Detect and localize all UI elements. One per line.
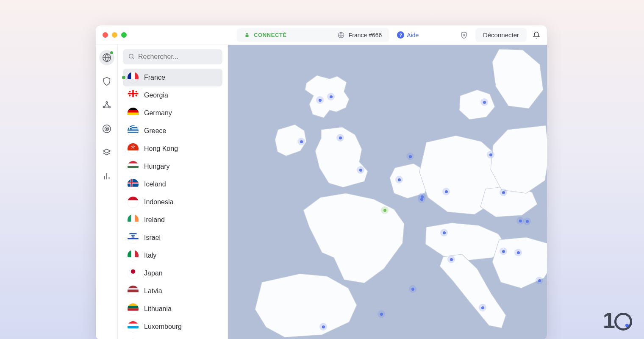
svg-point-56: [131, 269, 135, 273]
country-label: Italy: [144, 252, 156, 259]
country-item-ie[interactable]: Ireland: [123, 211, 222, 229]
server-marker[interactable]: [319, 323, 327, 331]
rail-presets[interactable]: [99, 145, 114, 160]
country-item-jp[interactable]: Japan: [123, 264, 222, 282]
svg-rect-47: [131, 214, 135, 222]
rail-darkweb[interactable]: [99, 121, 114, 136]
svg-rect-37: [128, 164, 139, 166]
svg-point-3: [106, 102, 108, 103]
country-item-id[interactable]: Indonesia: [123, 193, 222, 211]
svg-rect-15: [128, 93, 139, 94]
nav-rail: [96, 45, 118, 339]
country-label: Japan: [144, 270, 163, 277]
help-label: Aide: [407, 32, 419, 39]
server-marker[interactable]: [316, 96, 324, 104]
app-body: FranceGeorgiaGermanyGreeceHong KongHunga…: [96, 45, 547, 339]
search-input[interactable]: [123, 49, 222, 64]
server-marker[interactable]: [336, 134, 344, 142]
country-item-lu[interactable]: Luxembourg: [123, 318, 222, 336]
help-icon: ?: [397, 31, 404, 39]
connected-dot: [122, 76, 125, 79]
country-item-gr[interactable]: Greece: [123, 122, 222, 140]
country-item-lt[interactable]: Lithuania: [123, 300, 222, 318]
country-list[interactable]: FranceGeorgiaGermanyGreeceHong KongHunga…: [118, 69, 228, 339]
flag-icon-lv: [127, 285, 139, 297]
server-marker[interactable]: [523, 217, 531, 225]
server-marker[interactable]: [447, 256, 455, 263]
svg-rect-23: [136, 95, 137, 96]
country-label: Luxembourg: [144, 323, 182, 331]
server-marker[interactable]: [418, 195, 425, 203]
country-item-hu[interactable]: Hungary: [123, 158, 222, 175]
server-marker[interactable]: [440, 229, 448, 236]
server-marker[interactable]: [536, 277, 543, 284]
svg-rect-12: [135, 72, 139, 79]
rail-countries[interactable]: [99, 50, 114, 65]
server-marker[interactable]: [487, 151, 494, 158]
pause-shield-icon[interactable]: [460, 31, 468, 39]
server-marker[interactable]: [514, 249, 522, 256]
svg-point-9: [129, 54, 133, 58]
svg-rect-17: [129, 91, 130, 92]
country-item-hk[interactable]: Hong Kong: [123, 140, 222, 158]
country-label: Germany: [144, 109, 172, 117]
country-label: Iceland: [144, 181, 166, 188]
minimize-window[interactable]: [112, 32, 117, 38]
svg-rect-21: [129, 95, 130, 96]
mesh-icon: [102, 100, 111, 110]
disconnect-button[interactable]: Déconnecter: [475, 28, 527, 42]
flag-icon-lu: [127, 321, 139, 333]
server-marker[interactable]: [500, 247, 507, 255]
svg-rect-38: [128, 166, 139, 169]
server-marker[interactable]: [395, 176, 403, 183]
server-marker[interactable]: [327, 93, 335, 100]
server-marker[interactable]: [409, 285, 416, 293]
server-marker[interactable]: [479, 304, 486, 311]
close-window[interactable]: [103, 32, 108, 38]
country-item-il[interactable]: Israel: [123, 229, 222, 247]
server-marker[interactable]: [406, 153, 414, 160]
server-marker[interactable]: [500, 189, 507, 196]
server-marker[interactable]: [442, 188, 450, 195]
country-item-my[interactable]: Malaysia: [123, 336, 222, 339]
svg-point-8: [106, 128, 107, 130]
svg-rect-44: [128, 197, 139, 200]
svg-rect-11: [131, 72, 135, 79]
country-label: Greece: [144, 127, 166, 135]
flag-icon-fr: [127, 72, 139, 83]
svg-rect-61: [128, 308, 139, 311]
connected-indicator: [110, 51, 113, 54]
country-item-it[interactable]: Italy: [123, 247, 222, 264]
rail-security[interactable]: [99, 74, 114, 89]
connection-status-pill[interactable]: CONNECTÉ France #666: [237, 28, 389, 42]
help-link[interactable]: ? Aide: [397, 31, 419, 39]
svg-rect-45: [128, 200, 139, 204]
country-label: Latvia: [144, 287, 162, 295]
flag-icon-jp: [127, 267, 139, 279]
traffic-lights: [103, 32, 127, 38]
server-marker[interactable]: [357, 166, 364, 174]
stats-icon: [102, 172, 111, 181]
map-view[interactable]: [228, 45, 547, 339]
search-icon: [128, 53, 135, 60]
bell-icon[interactable]: [533, 31, 540, 39]
maximize-window[interactable]: [121, 32, 127, 38]
rail-stats[interactable]: [99, 169, 114, 184]
country-item-is[interactable]: Iceland: [123, 175, 222, 193]
rail-meshnet[interactable]: [99, 97, 114, 113]
svg-point-4: [103, 106, 105, 108]
country-label: France: [144, 74, 165, 81]
server-marker[interactable]: [480, 98, 488, 106]
server-marker[interactable]: [378, 310, 385, 318]
flag-icon-gr: [127, 125, 139, 137]
server-marker-connected[interactable]: [381, 206, 389, 214]
svg-rect-31: [128, 131, 139, 132]
country-item-ge[interactable]: Georgia: [123, 86, 222, 104]
country-item-de[interactable]: Germany: [123, 104, 222, 122]
lock-icon: [244, 33, 250, 38]
server-marker[interactable]: [297, 138, 305, 145]
layers-icon: [102, 148, 111, 157]
country-item-fr[interactable]: France: [123, 69, 222, 86]
svg-rect-30: [128, 130, 139, 131]
country-item-lv[interactable]: Latvia: [123, 282, 222, 300]
